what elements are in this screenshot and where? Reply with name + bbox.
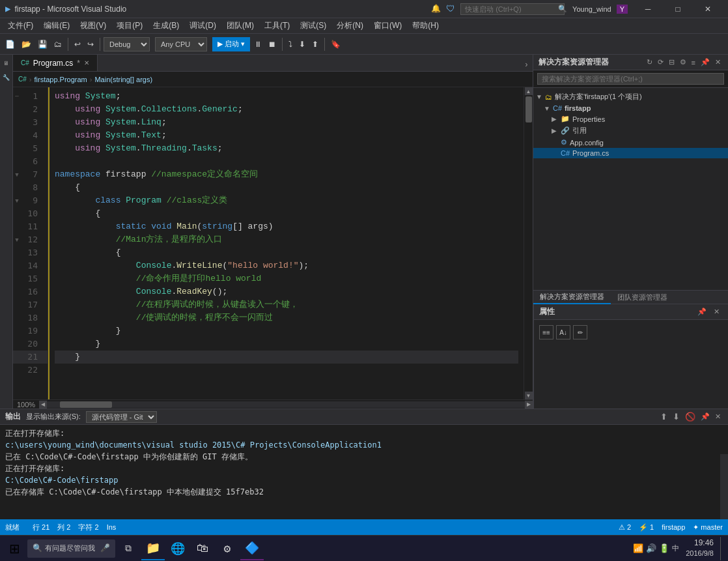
tree-item-properties[interactable]: ▶ 📁 Properties: [533, 113, 728, 124]
server-explorer-button[interactable]: 🖥: [1, 57, 12, 69]
tree-item-appconfig[interactable]: ⚙ App.config: [533, 137, 728, 148]
se-pin-button[interactable]: 📌: [699, 57, 712, 67]
maximize-button[interactable]: □: [663, 0, 693, 18]
battery-icon[interactable]: 🔋: [659, 543, 669, 554]
new-project-button[interactable]: 📄: [3, 36, 18, 52]
tree-item-project[interactable]: ▼ C# firstapp: [533, 103, 728, 113]
se-properties-button[interactable]: ⚙: [678, 57, 688, 67]
taskbar-icon-settings[interactable]: ⚙: [216, 537, 239, 560]
menu-view[interactable]: 视图(V): [75, 19, 111, 33]
menu-team[interactable]: 团队(M): [221, 19, 259, 33]
fold-9[interactable]: ▼: [13, 194, 21, 207]
debug-mode-dropdown[interactable]: Debug Release: [104, 37, 150, 51]
status-line[interactable]: 行 21: [33, 523, 49, 532]
se-collapse-button[interactable]: ⊟: [667, 57, 677, 67]
menu-debug[interactable]: 调试(D): [184, 19, 221, 33]
menu-window[interactable]: 窗口(W): [369, 19, 407, 33]
hscroll-track[interactable]: [47, 401, 525, 408]
bookmark-button[interactable]: 🔖: [328, 36, 343, 52]
status-errors[interactable]: ⚠ 2: [619, 523, 631, 532]
tree-item-programcs[interactable]: C# Program.cs: [533, 148, 728, 158]
minimize-button[interactable]: ─: [633, 0, 663, 18]
se-search-input[interactable]: [537, 73, 724, 85]
redo-button[interactable]: ↪: [85, 36, 96, 52]
stop-button[interactable]: ⏹: [266, 36, 279, 52]
taskbar-icon-store[interactable]: 🛍: [191, 537, 214, 560]
start-button[interactable]: ⊞: [3, 537, 26, 560]
network-icon[interactable]: 📶: [633, 543, 643, 554]
fold-1[interactable]: ─: [13, 90, 21, 103]
output-scroll-up-button[interactable]: ⬆: [658, 411, 669, 422]
tab-close-icon[interactable]: ✕: [84, 59, 89, 66]
props-alpha-button[interactable]: A↓: [556, 325, 570, 339]
menu-tools[interactable]: 工具(T): [259, 19, 295, 33]
step-out-button[interactable]: ⬆: [309, 36, 321, 52]
volume-icon[interactable]: 🔊: [646, 543, 656, 554]
menu-file[interactable]: 文件(F): [3, 19, 38, 33]
step-over-button[interactable]: ⤵: [286, 36, 295, 52]
undo-button[interactable]: ↩: [72, 36, 83, 52]
status-git-branch[interactable]: ✦ master: [693, 523, 723, 532]
tab-program-cs[interactable]: C# Program.cs * ✕: [13, 55, 98, 71]
scroll-thumb[interactable]: [525, 96, 532, 122]
close-button[interactable]: ✕: [693, 0, 723, 18]
hscroll-right-button[interactable]: ▶: [525, 401, 533, 409]
clock[interactable]: 19:46 2016/9/8: [683, 538, 716, 558]
se-settings-button[interactable]: ≡: [690, 58, 697, 67]
props-categorized-button[interactable]: ≡≡: [539, 325, 553, 339]
taskbar-icon-edge[interactable]: 🌐: [166, 537, 189, 560]
taskbar-search-area[interactable]: 🔍 有问题尽管问我 🎤: [27, 539, 115, 558]
tab-solution-explorer[interactable]: 解决方案资源管理器: [533, 291, 611, 304]
status-branch[interactable]: firstapp: [662, 523, 685, 531]
menu-build[interactable]: 生成(B): [148, 19, 184, 33]
scroll-right-button[interactable]: ›: [520, 59, 533, 71]
hscroll-left-button[interactable]: ◀: [39, 401, 47, 409]
menu-test[interactable]: 测试(S): [295, 19, 331, 33]
output-close-button[interactable]: ✕: [713, 412, 723, 422]
taskbar-icon-explorer[interactable]: 📁: [141, 537, 165, 560]
toolbox-button[interactable]: 🔧: [1, 72, 12, 83]
quick-launch-input[interactable]: [460, 3, 565, 15]
scroll-down-button[interactable]: ▼: [525, 392, 533, 399]
props-close-button[interactable]: ✕: [710, 306, 723, 318]
output-pin-button[interactable]: 📌: [699, 412, 712, 422]
show-desktop-button[interactable]: [720, 537, 725, 560]
status-ins[interactable]: Ins: [107, 523, 117, 531]
output-content[interactable]: 正在打开存储库: c:\users\young_wind\documents\v…: [0, 425, 728, 519]
code-content[interactable]: using System; using System.Collections.G…: [49, 87, 524, 399]
menu-project[interactable]: 项目(P): [111, 19, 148, 33]
props-edit-button[interactable]: ✏: [573, 325, 587, 339]
menu-analyze[interactable]: 分析(N): [331, 19, 369, 33]
se-close-button[interactable]: ✕: [713, 57, 723, 67]
language-indicator[interactable]: 中: [672, 543, 679, 553]
output-source-dropdown[interactable]: 源代码管理 - Git: [86, 411, 157, 423]
status-col[interactable]: 列 2: [57, 523, 70, 532]
menu-edit[interactable]: 编辑(E): [38, 19, 75, 33]
taskbar-icon-vs[interactable]: 🔷: [240, 537, 264, 560]
run-button[interactable]: ▶ 启动 ▾: [212, 37, 250, 51]
se-sync-button[interactable]: ↻: [645, 57, 654, 67]
status-warnings[interactable]: ⚡ 1: [639, 523, 654, 532]
platform-dropdown[interactable]: Any CPU: [155, 37, 207, 51]
scroll-up-button[interactable]: ▲: [525, 87, 533, 95]
hscroll-thumb[interactable]: [60, 401, 112, 408]
fold-7[interactable]: ▼: [13, 168, 21, 181]
se-refresh-button[interactable]: ⟳: [656, 57, 665, 67]
open-file-button[interactable]: 📂: [19, 36, 34, 52]
tree-item-references[interactable]: ▶ 🔗 引用: [533, 124, 728, 137]
pause-button[interactable]: ⏸: [251, 36, 264, 52]
output-scroll-down-button[interactable]: ⬇: [671, 411, 682, 422]
props-pin-button[interactable]: 📌: [695, 306, 708, 318]
editor-vscrollbar[interactable]: ▲ ▼: [524, 87, 533, 399]
tree-item-solution[interactable]: ▼ 🗂 解决方案'firstapp'(1 个项目): [533, 91, 728, 103]
breadcrumb-namespace[interactable]: firstapp.Program: [34, 76, 87, 83]
breadcrumb-method[interactable]: Main(string[] args): [94, 76, 152, 83]
fold-12[interactable]: ▼: [13, 233, 21, 246]
output-vscroll[interactable]: [720, 454, 728, 519]
output-clear-button[interactable]: 🚫: [683, 411, 697, 422]
step-into-button[interactable]: ⬇: [296, 36, 308, 52]
tab-team-explorer[interactable]: 团队资源管理器: [611, 291, 674, 304]
save-button[interactable]: 💾: [35, 36, 50, 52]
save-all-button[interactable]: 🗂: [51, 36, 64, 52]
menu-help[interactable]: 帮助(H): [407, 19, 444, 33]
